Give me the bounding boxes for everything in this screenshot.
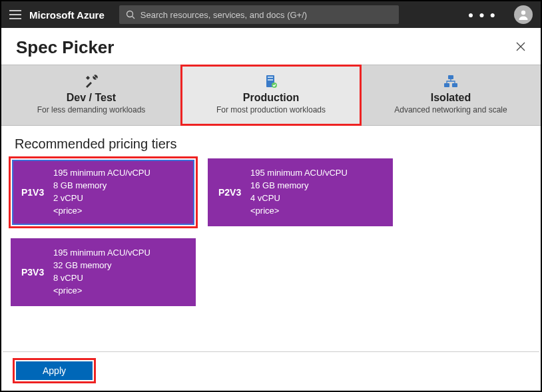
apply-button[interactable]: Apply (16, 361, 93, 380)
tier-price: <price> (53, 205, 150, 218)
tab-desc: For less demanding workloads (7, 105, 176, 114)
svg-rect-9 (452, 83, 457, 87)
more-menu-icon[interactable]: ● ● ● (468, 9, 497, 20)
tier-acu: 195 minimum ACU/vCPU (53, 167, 150, 180)
brand-label: Microsoft Azure (29, 9, 105, 21)
tab-title: Isolated (366, 92, 535, 104)
pricing-tiers: P1V3 195 minimum ACU/vCPU 8 GB memory 2 … (1, 158, 541, 306)
network-icon (366, 73, 535, 89)
tab-title: Dev / Test (7, 92, 176, 104)
tier-name: P2V3 (218, 187, 250, 198)
search-input[interactable] (140, 10, 392, 20)
hamburger-menu-icon[interactable] (9, 10, 21, 19)
tier-specs: 195 minimum ACU/vCPU 32 GB memory 8 vCPU… (53, 247, 150, 297)
blade-header: Spec Picker (1, 28, 541, 65)
person-icon (517, 9, 529, 21)
svg-line-1 (132, 17, 135, 19)
search-box[interactable] (119, 5, 399, 24)
tier-vcpu: 8 vCPU (53, 272, 150, 285)
tab-isolated[interactable]: Isolated Advanced networking and scale (361, 65, 541, 125)
svg-rect-5 (268, 79, 273, 81)
svg-point-0 (127, 11, 133, 17)
tier-memory: 32 GB memory (53, 260, 150, 272)
tier-price: <price> (53, 285, 150, 297)
tier-vcpu: 2 vCPU (53, 192, 150, 205)
svg-rect-4 (268, 77, 273, 78)
apply-highlight: Apply (13, 359, 95, 383)
tier-vcpu: 4 vCPU (250, 192, 348, 205)
tier-card-p1v3[interactable]: P1V3 195 minimum ACU/vCPU 8 GB memory 2 … (11, 158, 196, 226)
search-icon (126, 10, 135, 19)
server-icon (186, 73, 356, 89)
tab-title: Production (186, 92, 356, 104)
user-avatar[interactable] (514, 5, 533, 24)
tier-name: P1V3 (21, 187, 53, 198)
tier-card-p3v3[interactable]: P3V3 195 minimum ACU/vCPU 32 GB memory 8… (11, 238, 196, 306)
tier-acu: 195 minimum ACU/vCPU (53, 247, 150, 260)
tools-icon (7, 73, 176, 89)
tier-memory: 16 GB memory (250, 180, 348, 192)
recommended-section-title: Recommended pricing tiers (1, 126, 541, 158)
blade-title: Spec Picker (16, 37, 114, 58)
tier-specs: 195 minimum ACU/vCPU 8 GB memory 2 vCPU … (53, 167, 150, 217)
tier-price: <price> (250, 205, 348, 218)
tier-card-p2v3[interactable]: P2V3 195 minimum ACU/vCPU 16 GB memory 4… (208, 158, 393, 226)
tab-production[interactable]: Production For most production workloads (181, 65, 361, 125)
azure-topbar: Microsoft Azure ● ● ● (1, 1, 541, 28)
svg-point-2 (521, 11, 525, 15)
tier-name: P3V3 (21, 267, 53, 278)
tab-desc: For most production workloads (186, 105, 356, 114)
tier-acu: 195 minimum ACU/vCPU (250, 167, 348, 180)
svg-rect-8 (444, 83, 449, 87)
tier-specs: 195 minimum ACU/vCPU 16 GB memory 4 vCPU… (250, 167, 348, 217)
tier-memory: 8 GB memory (53, 180, 150, 192)
content-scroll[interactable]: Dev / Test For less demanding workloads … (1, 65, 541, 389)
tab-desc: Advanced networking and scale (366, 105, 535, 114)
blade-footer: Apply (3, 351, 539, 389)
tab-dev-test[interactable]: Dev / Test For less demanding workloads (1, 65, 181, 125)
svg-rect-7 (448, 75, 453, 79)
workload-tabs: Dev / Test For less demanding workloads … (1, 65, 541, 126)
close-icon[interactable] (515, 41, 526, 55)
